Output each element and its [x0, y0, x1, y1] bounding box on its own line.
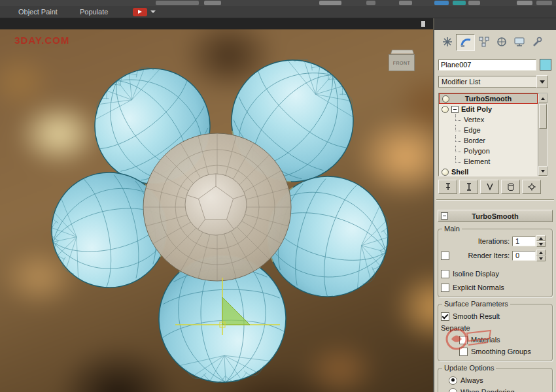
separate-row: Separate [441, 323, 549, 333]
show-end-result-button[interactable] [459, 180, 478, 194]
scroll-up-button[interactable] [538, 93, 547, 103]
configure-modifier-sets-button[interactable] [522, 180, 541, 194]
toolbar-button-fragment[interactable] [468, 1, 480, 5]
toolbar-button-fragment[interactable] [453, 1, 466, 5]
tree-connector [455, 135, 461, 142]
visibility-bulb-icon[interactable] [442, 106, 449, 113]
stack-item-turbosmooth[interactable]: TurboSmooth [439, 93, 538, 104]
smoothing-groups-row: Smoothing Groups [441, 346, 549, 357]
dropdown-arrow-button[interactable] [536, 75, 548, 88]
make-unique-button[interactable] [480, 180, 499, 194]
materials-label: Materials [471, 336, 500, 344]
stack-subitem-vertex[interactable]: Vertex [439, 114, 538, 125]
modifier-list-dropdown[interactable]: Modifier List [438, 76, 548, 88]
main-group: Main Iterations: 1 Render Iters: 0 [438, 229, 553, 297]
chevron-down-icon [540, 80, 545, 84]
command-panel-tabs [438, 34, 553, 51]
isoline-row: Isoline Display [441, 269, 549, 279]
update-options-group: Update Options Always When Rendering Man… [438, 368, 553, 392]
materials-checkbox[interactable] [459, 336, 468, 344]
collapsed-ribbon-strip[interactable] [0, 18, 433, 29]
ribbon-tab-object-paint[interactable]: Object Paint [18, 8, 58, 16]
visibility-bulb-icon[interactable] [442, 169, 449, 176]
toolbar-button-fragment[interactable] [204, 1, 221, 5]
ribbon-tab-populate[interactable]: Populate [80, 8, 108, 16]
tab-create[interactable] [438, 34, 456, 50]
isoline-display-checkbox[interactable] [441, 270, 449, 278]
stack-item-label: Edge [464, 126, 481, 134]
tree-connector [455, 146, 461, 152]
viewport-3d[interactable]: 3DAY.COM FRONT [0, 29, 433, 392]
scroll-thumb[interactable] [539, 104, 547, 129]
stack-scrollbar[interactable] [538, 93, 547, 176]
render-iters-field[interactable]: 0 [512, 251, 536, 261]
stack-subitem-polygon[interactable]: Polygon [439, 146, 538, 156]
visibility-bulb-icon[interactable] [442, 95, 449, 103]
show-end-result-icon [464, 182, 474, 191]
isoline-display-label: Isoline Display [453, 270, 499, 278]
stack-item-edit-poly[interactable]: Edit Poly [439, 104, 538, 114]
stack-item-shell[interactable]: Shell [439, 167, 538, 176]
pin-stack-button[interactable] [438, 180, 457, 194]
tab-modify[interactable] [456, 34, 475, 51]
tree-connector [455, 125, 461, 131]
iterations-label: Iterations: [478, 237, 510, 245]
explicit-normals-checkbox[interactable] [441, 284, 449, 292]
chevron-down-icon[interactable] [150, 10, 156, 13]
modifier-list-value: Modifier List [438, 76, 536, 88]
object-name-input[interactable] [438, 59, 536, 71]
collapse-minus-icon[interactable] [441, 212, 448, 220]
application-window: Object Paint Populate [0, 0, 556, 392]
tab-display[interactable] [510, 34, 528, 50]
spinner-up-button[interactable] [536, 250, 546, 255]
when-rendering-radio[interactable] [449, 388, 457, 392]
iterations-row: Iterations: 1 [441, 236, 549, 246]
toolbar-button-fragment[interactable] [399, 1, 412, 5]
tab-utilities[interactable] [528, 34, 546, 50]
turbosmooth-rollout-header[interactable]: TurboSmooth [438, 210, 553, 222]
view-cube-top-face[interactable] [391, 50, 414, 54]
toolbar-button-fragment[interactable] [536, 1, 552, 5]
flower-model[interactable] [0, 29, 433, 392]
command-panel-header [434, 18, 556, 30]
stack-subitem-border[interactable]: Border [439, 135, 538, 146]
smooth-result-label: Smooth Result [453, 312, 500, 320]
tab-hierarchy[interactable] [475, 34, 493, 50]
ribbon-expand-handle[interactable] [421, 21, 425, 27]
center-mesh [143, 133, 291, 281]
toolbar-button-fragment[interactable] [434, 1, 449, 5]
render-iters-spinner[interactable] [536, 250, 546, 261]
view-cube[interactable]: FRONT [389, 49, 415, 73]
group-label: Surface Parameters [442, 300, 510, 308]
toolbar-button-fragment[interactable] [517, 1, 532, 5]
view-cube-front-face[interactable]: FRONT [389, 54, 415, 71]
render-iters-row: Render Iters: 0 [441, 250, 549, 261]
iterations-field[interactable]: 1 [512, 237, 536, 246]
smoothing-groups-checkbox[interactable] [459, 348, 468, 356]
smooth-result-checkbox[interactable] [441, 312, 449, 321]
toolbar-button-fragment[interactable] [366, 1, 375, 5]
stack-item-label: Vertex [464, 116, 484, 123]
group-label: Update Options [442, 364, 496, 372]
utilities-icon [531, 36, 543, 48]
tab-motion[interactable] [493, 34, 510, 50]
media-play-icon[interactable] [133, 8, 147, 16]
render-iters-label: Render Iters: [468, 252, 510, 259]
stack-subitem-edge[interactable]: Edge [439, 125, 538, 135]
modifier-stack-rows: TurboSmooth Edit Poly Vertex Edge [439, 93, 538, 176]
scroll-track[interactable] [538, 129, 547, 166]
toolbar-button-fragment[interactable] [319, 1, 341, 5]
collapse-minus-icon[interactable] [451, 106, 459, 113]
remove-modifier-button[interactable] [501, 180, 520, 194]
tree-connector [455, 156, 461, 163]
scroll-down-button[interactable] [538, 166, 547, 176]
always-radio[interactable] [449, 376, 457, 385]
spinner-down-button[interactable] [536, 255, 546, 261]
object-color-swatch[interactable] [540, 59, 551, 71]
render-iters-checkbox[interactable] [441, 252, 449, 260]
toolbar-button-fragment[interactable] [156, 1, 199, 5]
spinner-up-button[interactable] [536, 235, 546, 241]
iterations-spinner[interactable] [536, 235, 546, 247]
stack-subitem-element[interactable]: Element [439, 156, 538, 167]
spinner-down-button[interactable] [536, 241, 546, 247]
